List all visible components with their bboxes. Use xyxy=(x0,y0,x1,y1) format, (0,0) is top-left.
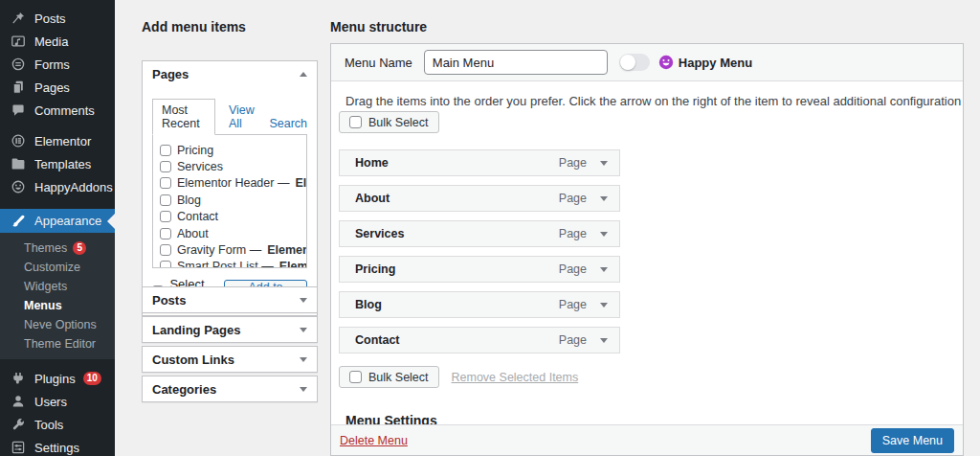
sidebar-item-appearance[interactable]: Appearance xyxy=(0,209,115,233)
delete-menu-link[interactable]: Delete Menu xyxy=(340,434,408,447)
tab-most-recent[interactable]: Most Recent xyxy=(152,99,215,135)
accordion-header[interactable]: Custom Links xyxy=(143,347,317,372)
sidebar-item-users[interactable]: Users xyxy=(0,390,115,413)
happy-menu-toggle[interactable] xyxy=(619,54,650,71)
remove-selected-items-link[interactable]: Remove Selected Items xyxy=(452,371,579,384)
menu-name-input[interactable] xyxy=(424,50,608,75)
sidebar-item-label: Pages xyxy=(34,80,70,95)
chevron-up-icon xyxy=(300,72,307,77)
accordion-header[interactable]: Categories xyxy=(143,376,317,401)
bulk-select-button[interactable]: Bulk Select xyxy=(339,111,439,133)
submenu-item-label: Menus xyxy=(24,296,62,315)
sidebar-item-label: Posts xyxy=(34,11,66,26)
submenu-item-label: Widgets xyxy=(24,277,67,296)
sidebar-item-label: Elementor xyxy=(34,134,91,148)
menu-item-row-home[interactable]: Home Page xyxy=(339,149,620,176)
sidebar-item-icon xyxy=(10,416,27,433)
bulk-select-checkbox[interactable] xyxy=(349,371,362,383)
sidebar-item-settings[interactable]: Settings xyxy=(0,436,115,456)
menu-item-row-services[interactable]: Services Page xyxy=(339,220,620,247)
chevron-down-icon[interactable] xyxy=(600,232,608,237)
page-checkbox[interactable] xyxy=(160,145,171,156)
toggle-knob xyxy=(620,55,635,70)
chevron-down-icon[interactable] xyxy=(600,161,608,166)
menu-item-row-about[interactable]: About Page xyxy=(339,185,620,212)
tab-view-all[interactable]: View All xyxy=(229,100,256,134)
tab-search[interactable]: Search xyxy=(269,113,307,134)
pages-accordion-header[interactable]: Pages xyxy=(143,61,317,87)
chevron-down-icon[interactable] xyxy=(600,303,608,308)
sidebar-item-posts[interactable]: Posts xyxy=(0,7,115,30)
bulk-select-checkbox[interactable] xyxy=(349,116,362,128)
sidebar-item-icon xyxy=(10,155,27,172)
page-checkbox-label: About xyxy=(177,227,209,240)
submenu-item-theme-editor[interactable]: Theme Editor xyxy=(0,334,115,353)
page-checkbox[interactable] xyxy=(160,161,171,172)
sidebar-item-comments[interactable]: Comments xyxy=(0,99,115,122)
page-checkbox[interactable] xyxy=(160,177,171,189)
sidebar-item-icon xyxy=(10,370,27,387)
accordion-header[interactable]: Posts xyxy=(143,287,317,312)
chevron-down-icon[interactable] xyxy=(600,338,608,343)
add-menu-items-title: Add menu items xyxy=(142,19,318,34)
sidebar-item-forms[interactable]: Forms xyxy=(0,53,115,76)
sidebar-item-label: Media xyxy=(34,34,68,49)
sidebar-item-pages[interactable]: Pages xyxy=(0,76,115,99)
page-checkbox-row: About xyxy=(160,225,302,241)
sidebar-item-happyaddons[interactable]: HappyAddons xyxy=(0,175,115,198)
sidebar-item-label: Comments xyxy=(34,103,95,118)
sidebar-item-templates[interactable]: Templates xyxy=(0,152,115,175)
sidebar-item-icon xyxy=(10,178,27,195)
submenu-item-themes[interactable]: Themes 5 xyxy=(0,239,115,258)
sidebar-item-elementor[interactable]: Elementor xyxy=(0,129,115,152)
page-checkbox[interactable] xyxy=(160,261,171,268)
submenu-item-customize[interactable]: Customize xyxy=(0,258,115,277)
submenu-item-label: Themes xyxy=(24,239,67,258)
page-checkbox-label: Pricing xyxy=(177,144,213,157)
accordion-header[interactable]: Landing Pages xyxy=(143,317,317,342)
sidebar-item-icon xyxy=(10,393,27,410)
page-checkbox-row: Gravity Form — Elementor xyxy=(160,241,302,258)
submenu-item-neve-options[interactable]: Neve Options xyxy=(0,315,115,334)
add-menu-items-panel: Add menu items Pages Most Recent View Al… xyxy=(142,19,318,316)
page-checkbox-row: Elementor Header — Elementor xyxy=(160,175,302,192)
sidebar-item-label: Plugins xyxy=(34,372,76,386)
chevron-down-icon xyxy=(300,357,307,362)
menu-name-row: Menu Name Happy Menu xyxy=(331,44,963,81)
admin-sidebar: Posts Media Forms Pages Comments Element… xyxy=(0,0,115,456)
sidebar-item-plugins[interactable]: Plugins 10 xyxy=(0,367,115,390)
menu-item-label: Pricing xyxy=(355,262,395,276)
count-badge: 10 xyxy=(83,372,101,385)
sidebar-item-media[interactable]: Media xyxy=(0,30,115,53)
page-checkbox-row: Contact xyxy=(160,209,302,225)
chevron-down-icon[interactable] xyxy=(600,267,608,272)
sidebar-item-icon xyxy=(10,79,27,96)
page-checkbox-label: Elementor Header — xyxy=(177,176,289,190)
submenu-item-widgets[interactable]: Widgets xyxy=(0,277,115,296)
sidebar-item-label: Users xyxy=(34,395,67,409)
menu-item-row-blog[interactable]: Blog Page xyxy=(339,291,620,318)
menu-item-type: Page xyxy=(559,262,587,276)
page-checkbox[interactable] xyxy=(160,194,171,206)
page-checkbox-row: Pricing xyxy=(160,142,302,158)
page-checkbox[interactable] xyxy=(160,244,171,256)
page-checkbox-row: Services xyxy=(160,158,302,174)
save-menu-button[interactable]: Save Menu xyxy=(871,428,954,453)
chevron-down-icon xyxy=(300,298,307,303)
submenu-item-menus[interactable]: Menus xyxy=(0,296,115,315)
chevron-down-icon[interactable] xyxy=(600,196,608,201)
menu-item-row-contact[interactable]: Contact Page xyxy=(339,327,620,353)
bulk-select-button[interactable]: Bulk Select xyxy=(339,366,439,388)
menu-structure-footer: Delete Menu Save Menu xyxy=(331,424,963,455)
sidebar-item-label: Tools xyxy=(34,418,63,432)
menu-item-row-pricing[interactable]: Pricing Page xyxy=(339,256,620,283)
accordion-section-landing-pages: Landing Pages xyxy=(142,316,318,343)
menu-item-label: Blog xyxy=(355,298,382,311)
menu-item-type: Page xyxy=(559,333,587,347)
page-checkbox[interactable] xyxy=(160,228,171,239)
page-checkbox[interactable] xyxy=(160,211,171,222)
menu-item-type: Page xyxy=(559,227,587,240)
sidebar-item-tools[interactable]: Tools xyxy=(0,413,115,436)
page-checkbox-label-bold: Elementor xyxy=(267,243,307,257)
page-checkbox-label: Contact xyxy=(177,210,218,223)
